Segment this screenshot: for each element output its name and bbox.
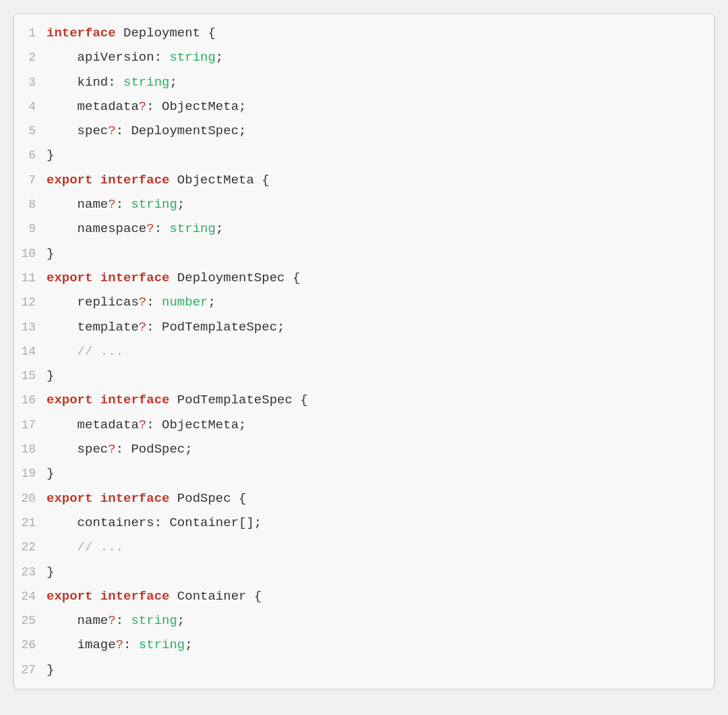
- line-number: 18: [14, 442, 47, 456]
- line-number: 24: [14, 590, 47, 603]
- line-content: name?: string;: [47, 610, 185, 631]
- token-brace: }: [47, 246, 54, 261]
- line-content: kind: string;: [47, 72, 177, 93]
- line-number: 16: [14, 393, 47, 407]
- code-line: 24export interface Container {: [14, 584, 714, 608]
- token-type-name: :: [116, 197, 131, 212]
- token-brace: }: [47, 662, 54, 677]
- token-type-name: : DeploymentSpec;: [116, 123, 247, 138]
- token-type-number: number: [162, 295, 208, 310]
- token-brace: }: [47, 565, 54, 579]
- token-kw-interface: interface: [100, 173, 170, 188]
- code-line: 4 metadata?: ObjectMeta;: [14, 94, 714, 119]
- line-content: }: [47, 561, 54, 583]
- line-number: 8: [14, 198, 47, 211]
- token-type-name: :: [123, 637, 139, 652]
- line-number: 19: [14, 467, 47, 480]
- code-line: 15}: [14, 364, 714, 388]
- code-line: 18 spec?: PodSpec;: [14, 437, 714, 461]
- code-line: 19}: [14, 461, 714, 486]
- token-prop-optional: ?: [108, 197, 115, 212]
- token-type-name: :: [116, 613, 131, 628]
- token-type-name: Container {: [169, 589, 262, 604]
- line-number: 26: [14, 638, 47, 652]
- code-line: 20export interface PodSpec {: [14, 486, 714, 511]
- line-content: spec?: DeploymentSpec;: [47, 120, 246, 142]
- token-type-name: ObjectMeta {: [169, 173, 269, 188]
- line-content: export interface PodSpec {: [47, 488, 246, 509]
- token-type-name: PodTemplateSpec {: [169, 393, 307, 407]
- line-content: replicas?: number;: [47, 291, 216, 313]
- token-kw-export: export: [47, 270, 92, 285]
- code-line: 11export interface DeploymentSpec {: [14, 266, 714, 290]
- token-type-name: ;: [169, 75, 177, 90]
- code-line: 26 image?: string;: [14, 633, 714, 657]
- token-type-name: [92, 589, 100, 604]
- code-line: 2 apiVersion: string;: [14, 45, 714, 69]
- code-line: 5 spec?: DeploymentSpec;: [14, 119, 714, 143]
- token-brace: }: [47, 148, 54, 163]
- token-kw-export: export: [47, 173, 92, 188]
- token-type-string: string: [123, 75, 169, 90]
- line-content: }: [47, 144, 54, 166]
- token-prop-optional: ?: [139, 320, 146, 335]
- line-content: // ...: [47, 341, 123, 362]
- token-type-name: namespace: [47, 221, 146, 236]
- line-number: 25: [14, 614, 47, 627]
- line-number: 4: [14, 100, 47, 113]
- token-type-name: PodSpec {: [169, 491, 246, 506]
- token-kw-interface: interface: [47, 26, 116, 40]
- token-type-name: [92, 270, 100, 285]
- line-number: 15: [14, 369, 47, 382]
- line-content: export interface DeploymentSpec {: [47, 267, 300, 289]
- code-line: 7export interface ObjectMeta {: [14, 168, 714, 192]
- token-type-name: [92, 491, 100, 506]
- token-type-name: metadata: [47, 418, 139, 432]
- line-content: spec?: PodSpec;: [47, 438, 193, 460]
- token-type-name: : PodTemplateSpec;: [146, 320, 284, 335]
- code-line: 1interface Deployment {: [14, 21, 714, 45]
- token-type-name: spec: [47, 123, 108, 138]
- token-prop-optional: ?: [139, 295, 146, 310]
- token-prop-optional: ?: [146, 221, 154, 236]
- line-number: 23: [14, 565, 47, 579]
- code-line: 16export interface PodTemplateSpec {: [14, 388, 714, 412]
- token-kw-export: export: [47, 393, 92, 407]
- line-content: apiVersion: string;: [47, 47, 223, 68]
- token-prop-optional: ?: [108, 123, 115, 138]
- token-kw-interface: interface: [100, 491, 170, 506]
- token-type-name: [92, 173, 100, 188]
- code-editor: 1interface Deployment {2 apiVersion: str…: [13, 13, 715, 689]
- line-content: namespace?: string;: [47, 218, 223, 239]
- token-prop-optional: ?: [108, 442, 115, 457]
- token-type-name: name: [47, 613, 108, 628]
- code-line: 6}: [14, 143, 714, 167]
- token-type-name: spec: [47, 442, 108, 457]
- token-type-name: name: [47, 197, 108, 212]
- line-number: 14: [14, 345, 47, 358]
- token-type-string: string: [169, 50, 215, 65]
- token-type-name: ;: [208, 295, 215, 310]
- token-prop-optional: ?: [116, 637, 123, 652]
- line-content: }: [47, 243, 54, 264]
- line-number: 1: [14, 26, 47, 40]
- token-brace: }: [47, 466, 54, 481]
- code-line: 21 containers: Container[];: [14, 511, 714, 535]
- line-content: }: [47, 659, 54, 681]
- code-line: 3 kind: string;: [14, 70, 714, 94]
- line-content: containers: Container[];: [47, 512, 262, 534]
- token-kw-interface: interface: [100, 589, 170, 604]
- line-number: 20: [14, 492, 47, 505]
- code-line: 23}: [14, 560, 714, 584]
- token-type-name: kind:: [47, 75, 123, 90]
- code-line: 13 template?: PodTemplateSpec;: [14, 315, 714, 339]
- line-number: 27: [14, 663, 47, 677]
- line-content: export interface PodTemplateSpec {: [47, 389, 308, 411]
- token-type-name: Deployment {: [116, 26, 216, 40]
- line-number: 5: [14, 124, 47, 138]
- token-type-name: ;: [177, 197, 185, 212]
- token-type-name: ;: [216, 50, 223, 65]
- line-number: 21: [14, 516, 47, 530]
- token-type-name: DeploymentSpec {: [169, 270, 300, 285]
- token-type-name: :: [154, 221, 170, 236]
